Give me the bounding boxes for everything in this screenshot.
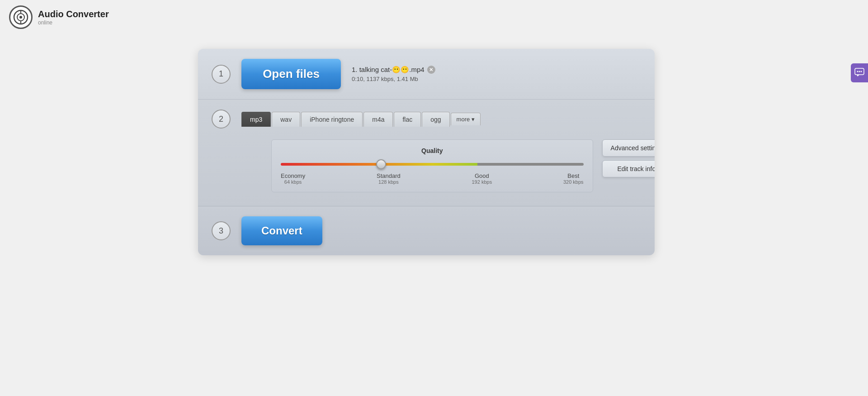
side-buttons: Advanced settings Edit track info — [602, 139, 655, 177]
format-tab-flac[interactable]: flac — [394, 112, 421, 127]
quality-section: Quality Economy 64 kbps Standard — [271, 139, 593, 192]
format-tab-iphone[interactable]: iPhone ringtone — [301, 112, 363, 127]
format-tab-ogg[interactable]: ogg — [422, 112, 449, 127]
quality-label-economy-kbps: 64 kbps — [281, 179, 305, 185]
edit-track-info-button[interactable]: Edit track info — [602, 160, 655, 177]
quality-label-economy-name: Economy — [281, 172, 305, 179]
step-1-number: 1 — [212, 65, 231, 84]
quality-label-best: Best 320 kbps — [563, 172, 584, 185]
svg-point-7 — [859, 71, 860, 72]
format-tabs: mp3 wav iPhone ringtone m4a flac ogg mor… — [241, 112, 641, 127]
main-container: 1 Open files 1. talking cat-😶😶.mp4 ✕ 0:1… — [198, 49, 655, 255]
app-title-group: Audio Converter online — [38, 9, 109, 26]
format-tab-mp3[interactable]: mp3 — [241, 112, 271, 127]
quality-slider-wrapper — [281, 160, 584, 169]
app-title: Audio Converter — [38, 9, 109, 19]
quality-label-good-name: Good — [472, 172, 492, 179]
quality-label-standard-name: Standard — [377, 172, 401, 179]
quality-title: Quality — [281, 147, 584, 154]
app-subtitle: online — [38, 19, 109, 26]
quality-label-best-kbps: 320 kbps — [563, 179, 584, 185]
format-tab-m4a[interactable]: m4a — [363, 112, 393, 127]
svg-point-8 — [861, 71, 862, 72]
step-1-row: 1 Open files 1. talking cat-😶😶.mp4 ✕ 0:1… — [198, 49, 655, 100]
step-2-row: 2 mp3 wav iPhone ringtone m4a flac ogg m… — [198, 100, 655, 206]
quality-label-economy: Economy 64 kbps — [281, 172, 305, 185]
svg-point-2 — [19, 16, 22, 19]
step-3-number: 3 — [212, 221, 231, 240]
format-more-button[interactable]: more ▾ — [451, 113, 481, 125]
quality-label-good-kbps: 192 kbps — [472, 179, 492, 185]
quality-label-good: Good 192 kbps — [472, 172, 492, 185]
file-name: 1. talking cat-😶😶.mp4 — [352, 66, 425, 74]
chevron-down-icon: ▾ — [472, 116, 475, 123]
quality-label-best-name: Best — [563, 172, 584, 179]
quality-label-standard: Standard 128 kbps — [377, 172, 401, 185]
svg-point-6 — [857, 71, 859, 72]
quality-inner: Quality Economy 64 kbps Standard — [281, 147, 584, 185]
open-files-button[interactable]: Open files — [241, 59, 341, 89]
app-logo — [9, 5, 33, 29]
file-info: 1. talking cat-😶😶.mp4 ✕ 0:10, 1137 kbps,… — [352, 66, 435, 82]
convert-button[interactable]: Convert — [241, 216, 322, 245]
feedback-button[interactable] — [851, 63, 868, 82]
quality-slider-area: Quality Economy 64 kbps Standard — [281, 147, 584, 185]
step-2-number: 2 — [212, 110, 231, 129]
advanced-settings-button[interactable]: Advanced settings — [602, 139, 655, 157]
format-more-label: more — [457, 116, 470, 123]
app-header: Audio Converter online — [0, 0, 118, 34]
quality-label-standard-kbps: 128 kbps — [377, 179, 401, 185]
file-name-row: 1. talking cat-😶😶.mp4 ✕ — [352, 66, 435, 74]
file-close-button[interactable]: ✕ — [427, 66, 435, 74]
file-meta: 0:10, 1137 kbps, 1.41 Mb — [352, 76, 435, 82]
format-tab-wav[interactable]: wav — [272, 112, 300, 127]
quality-labels: Economy 64 kbps Standard 128 kbps Good 1… — [281, 172, 584, 185]
step-3-row: 3 Convert — [198, 206, 655, 255]
quality-slider-track — [281, 163, 584, 166]
quality-slider-thumb[interactable] — [376, 159, 386, 169]
